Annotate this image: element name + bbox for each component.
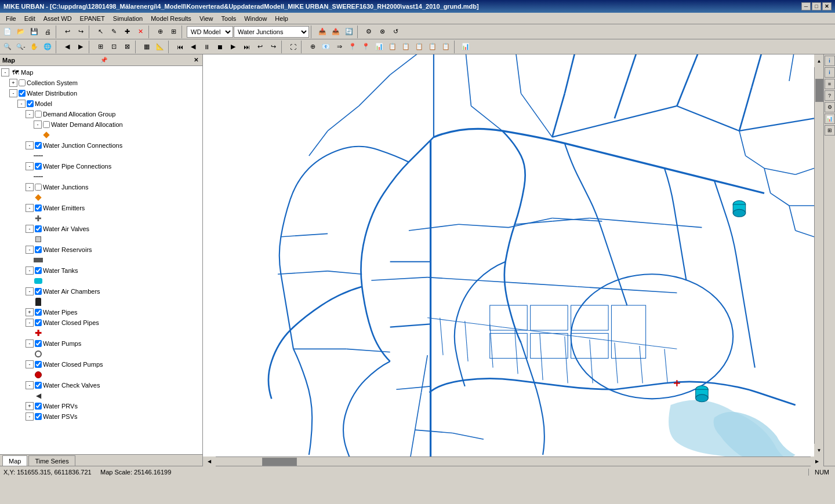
- tree-item-wpumps[interactable]: - Water Pumps: [0, 338, 202, 349]
- check-demandgroup[interactable]: [35, 111, 42, 118]
- expand-wreserv[interactable]: -: [26, 246, 34, 254]
- check-wairchamb[interactable]: [35, 288, 42, 295]
- expand-wairchamb[interactable]: -: [26, 287, 34, 295]
- snap2-btn[interactable]: ⊗: [376, 25, 389, 38]
- check-waterdemand[interactable]: [43, 121, 50, 128]
- tree-item-wprvs[interactable]: + Water PRVs: [0, 401, 202, 411]
- minimize-button[interactable]: ─: [801, 2, 811, 10]
- info-btn-1[interactable]: i: [825, 56, 835, 66]
- check-collection[interactable]: [19, 79, 26, 86]
- select-btn[interactable]: ↖: [94, 25, 107, 38]
- menu-edit[interactable]: Edit: [21, 14, 39, 23]
- undo-btn[interactable]: ↩: [61, 25, 74, 38]
- tree-item-wpsvs[interactable]: - Water PSVs: [0, 411, 202, 422]
- tree-item-wcpumps[interactable]: - Water Closed Pumps: [0, 359, 202, 370]
- menu-file[interactable]: File: [2, 14, 20, 23]
- save-btn[interactable]: 💾: [28, 25, 41, 38]
- tree-item-wcpipes[interactable]: - Water Closed Pipes: [0, 317, 202, 328]
- tree-item-wcheckv[interactable]: - Water Check Valves: [0, 380, 202, 390]
- tree-item-wpconn[interactable]: - Water Pipe Connections: [0, 161, 202, 171]
- map-tool6[interactable]: 📊: [373, 41, 386, 53]
- tree-item-wtank[interactable]: - Water Tanks: [0, 265, 202, 276]
- step-back[interactable]: ↩: [253, 41, 266, 53]
- zoom-ext-btn[interactable]: ⊠: [121, 41, 133, 53]
- expand-wcheckv[interactable]: -: [26, 381, 34, 389]
- edit-btn[interactable]: ✎: [107, 25, 120, 38]
- check-wreserv[interactable]: [35, 246, 42, 253]
- measure-btn[interactable]: 📐: [154, 41, 166, 53]
- zoom-out-btn[interactable]: 🔍-: [14, 41, 27, 53]
- tree-item-demandgroup[interactable]: - Demand Allocation Group: [0, 109, 202, 119]
- expand-wpsvs[interactable]: -: [26, 412, 34, 421]
- snap-btn[interactable]: ⊕: [154, 25, 166, 38]
- node-btn[interactable]: ⊞: [167, 25, 180, 38]
- delete-btn[interactable]: ✕: [134, 25, 147, 38]
- expand-wemit[interactable]: -: [26, 204, 34, 212]
- map-tool10[interactable]: 📋: [426, 41, 439, 53]
- layer-combo[interactable]: Water Junctions: [234, 26, 309, 38]
- next-frame[interactable]: ⏭: [240, 41, 253, 53]
- stop-btn[interactable]: ⏹: [213, 41, 226, 53]
- map-tool2[interactable]: 📧: [320, 41, 332, 53]
- tree-container[interactable]: - 🗺 Map + Collection System - Water Dist…: [0, 66, 202, 454]
- panel-pin[interactable]: 📌: [100, 56, 108, 64]
- settings-btn[interactable]: ⚙: [825, 102, 835, 112]
- check-wprvs[interactable]: [35, 403, 42, 410]
- check-wcpumps[interactable]: [35, 361, 42, 368]
- draw-btn[interactable]: ✚: [121, 25, 133, 38]
- maximize-button[interactable]: □: [812, 2, 821, 10]
- info-btn-2[interactable]: i: [825, 67, 835, 78]
- check-wtank[interactable]: [35, 267, 42, 274]
- grid-btn[interactable]: ⊞: [825, 125, 835, 136]
- redo-btn[interactable]: ↪: [74, 25, 87, 38]
- model-combo[interactable]: WD Model: [187, 26, 233, 38]
- select2-btn[interactable]: ⊞: [94, 41, 107, 53]
- tab-timeseries[interactable]: Time Series: [28, 455, 75, 466]
- menu-simulation[interactable]: Simulation: [110, 14, 146, 23]
- expand-wpipes[interactable]: +: [26, 308, 34, 316]
- check-model[interactable]: [27, 100, 34, 107]
- prev-frame[interactable]: ⏮: [173, 41, 186, 53]
- close-button[interactable]: ✕: [822, 2, 832, 10]
- expand-wcpipes[interactable]: -: [26, 319, 34, 327]
- expand-wjunc[interactable]: -: [26, 183, 34, 191]
- expand-wcpumps[interactable]: -: [26, 360, 34, 368]
- tree-item-wjunc[interactable]: - Water Junctions: [0, 182, 202, 192]
- expand-collection[interactable]: +: [9, 79, 17, 87]
- expand-wjconn[interactable]: -: [26, 141, 34, 149]
- map-v-scroll[interactable]: ▲ ▼: [814, 54, 823, 456]
- menu-epanet[interactable]: EPANET: [77, 14, 108, 23]
- back-btn[interactable]: ◀: [61, 41, 74, 53]
- graph-btn[interactable]: 📊: [825, 114, 835, 124]
- check-wpconn[interactable]: [35, 163, 42, 170]
- expand-wpumps[interactable]: -: [26, 339, 34, 348]
- check-wcheckv[interactable]: [35, 382, 42, 389]
- menu-help[interactable]: Help: [271, 14, 292, 23]
- tree-item-wemit[interactable]: - Water Emitters: [0, 203, 202, 213]
- export-btn[interactable]: 📤: [329, 25, 342, 38]
- scroll-right-btn[interactable]: ▶: [811, 455, 823, 468]
- tree-item-waterdemand[interactable]: - Water Demand Allocation: [0, 119, 202, 130]
- tree-item-model[interactable]: - Model: [0, 98, 202, 109]
- expand-waterdemand[interactable]: -: [34, 120, 42, 129]
- map-tool9[interactable]: 📋: [413, 41, 426, 53]
- check-wpumps[interactable]: [35, 340, 42, 347]
- expand-map[interactable]: -: [1, 68, 9, 76]
- tab-map[interactable]: Map: [2, 455, 27, 466]
- map-h-scroll[interactable]: ◀ ▶: [203, 456, 823, 466]
- tree-item-wreserv[interactable]: - Water Reservoirs: [0, 244, 202, 255]
- globe-btn[interactable]: 🌐: [41, 41, 54, 53]
- open-btn[interactable]: 📂: [14, 25, 27, 38]
- menu-asset-wd[interactable]: Asset WD: [40, 14, 75, 23]
- map-tool12[interactable]: 📊: [459, 41, 472, 53]
- new-btn[interactable]: 📄: [1, 25, 14, 38]
- panel-close[interactable]: ✕: [192, 56, 200, 64]
- menu-window[interactable]: Window: [241, 14, 270, 23]
- check-wjconn[interactable]: [35, 142, 42, 149]
- step-fwd[interactable]: ↪: [267, 41, 279, 53]
- expand-model[interactable]: -: [17, 100, 26, 108]
- tools2-btn[interactable]: ⚙: [362, 25, 375, 38]
- map-tool1[interactable]: ⊕: [306, 41, 319, 53]
- menu-view[interactable]: View: [196, 14, 217, 23]
- expand-waterdist[interactable]: -: [9, 89, 17, 97]
